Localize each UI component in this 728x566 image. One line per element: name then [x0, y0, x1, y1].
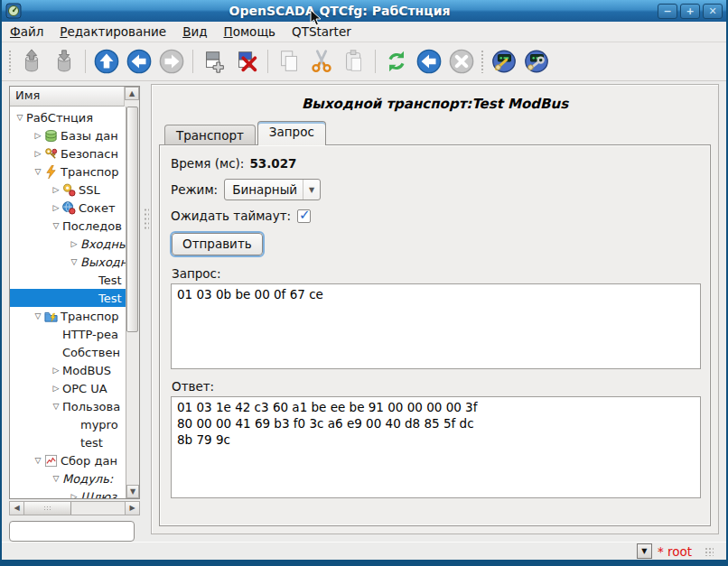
cut-item-button[interactable]: [305, 46, 338, 77]
tree-expand-arrow[interactable]: ▷: [68, 492, 80, 498]
tree-item-выходн[interactable]: ▽Выходн: [10, 253, 126, 271]
go-back-button[interactable]: [123, 46, 155, 77]
chart-icon: [44, 454, 58, 468]
tree-scrollbar-thumb[interactable]: [126, 107, 138, 332]
add-item-button[interactable]: [198, 46, 230, 77]
stop-updating-button[interactable]: [445, 46, 478, 77]
start-updating-icon: [415, 48, 443, 75]
menu-item-файл[interactable]: Файл: [2, 23, 51, 41]
tree-expand-arrow[interactable]: ▷: [32, 149, 44, 158]
resize-grip[interactable]: [705, 547, 714, 556]
tree-item-модуль-[interactable]: ▽Модуль:: [10, 469, 126, 487]
tree-item-собствен[interactable]: Собствен: [10, 343, 126, 361]
tree-item-транспор[interactable]: ▽Транспор: [10, 307, 126, 325]
tree-item-http-реа[interactable]: HTTP-реа: [10, 325, 126, 343]
tree-item-безопасн[interactable]: ▷Безопасн: [10, 144, 126, 162]
minimize-button[interactable]: −: [658, 4, 677, 19]
tree-scroll-left-button[interactable]: ◀: [10, 502, 24, 515]
toolbar-drag-handle[interactable]: [481, 50, 485, 73]
tree-item-test[interactable]: Test: [10, 289, 126, 307]
tree-expand-arrow[interactable]: ▷: [50, 366, 62, 375]
copy-item-button[interactable]: [273, 46, 305, 77]
tree-hscrollbar-thumb[interactable]: [24, 502, 71, 515]
tree-item-пользова[interactable]: ▽Пользова: [10, 397, 126, 415]
net-icon: [44, 165, 58, 179]
navigation-tree-panel: Имя ▲ ▽РабСтнция▷Базы дан▷Безопасн▽Транс…: [9, 86, 140, 499]
send-button[interactable]: Отправить: [172, 233, 263, 255]
save-to-db-button[interactable]: [48, 46, 80, 77]
go-forward-button[interactable]: [155, 46, 188, 77]
go-up-button[interactable]: [90, 46, 123, 77]
menu-item-qtstarter[interactable]: QTStarter: [284, 23, 359, 41]
tree-item-ssl[interactable]: ▷SSL: [10, 181, 126, 199]
tree-item-шлюз[interactable]: ▷Шлюз: [10, 487, 126, 498]
tree-item-label: Модуль:: [62, 472, 113, 486]
splitter-grip[interactable]: [144, 208, 149, 231]
menu-item-редактирование[interactable]: Редактирование: [51, 23, 174, 41]
user-dropdown-button[interactable]: ▼: [637, 543, 652, 559]
tree-item-сбор-дан[interactable]: ▽Сбор дан: [10, 451, 126, 469]
tree-collapse-arrow[interactable]: ▽: [68, 257, 80, 266]
tree-collapse-arrow[interactable]: ▽: [32, 167, 44, 176]
tree-item-label: Сокет: [79, 201, 115, 215]
tab-content: Время (мс): 53.027 Режим: Бинарный ▼ Ожи…: [159, 144, 711, 526]
tree-item-рабстнция[interactable]: ▽РабСтнция: [10, 108, 126, 126]
tree-scroll-right-button[interactable]: ▶: [125, 502, 139, 515]
tree-item-базы-дан[interactable]: ▷Базы дан: [10, 126, 126, 144]
start-updating-button[interactable]: [413, 46, 445, 77]
tree-collapse-arrow[interactable]: ▽: [32, 456, 44, 465]
toolbar-drag-handle[interactable]: [8, 50, 13, 73]
close-button[interactable]: ✕: [703, 4, 723, 19]
add-item-icon: [201, 48, 228, 75]
qtstarter-tools-button[interactable]: [520, 46, 553, 77]
tree-filter-input[interactable]: [9, 521, 135, 542]
tree-scroll-down-button[interactable]: ▼: [126, 485, 139, 498]
tree-scroll-up-button[interactable]: ▲: [125, 87, 139, 100]
tree-item-test[interactable]: test: [10, 433, 126, 451]
qtstarter-config-button[interactable]: [488, 46, 520, 77]
tree-item-сокет[interactable]: ▷Сокет: [10, 199, 126, 217]
tree-expand-arrow[interactable]: ▷: [50, 185, 62, 194]
delete-item-button[interactable]: [230, 46, 263, 77]
tree-expand-arrow[interactable]: ▷: [50, 203, 62, 212]
tree-collapse-arrow[interactable]: ▽: [32, 311, 44, 320]
answer-textarea[interactable]: 01 03 1e 42 c3 60 a1 be ee be 91 00 00 0…: [171, 396, 701, 498]
titlebar[interactable]: OpenSCADA QTCfg: РабСтнция − + ✕: [0, 0, 728, 22]
menu-item-помощь[interactable]: Помощь: [216, 23, 285, 41]
tree-item-mypro[interactable]: mypro: [10, 415, 126, 433]
folder-icon: [44, 310, 58, 323]
tree-item-test[interactable]: Test: [10, 271, 126, 289]
tree-item-последов[interactable]: ▽Последов: [10, 217, 126, 235]
tab-запрос[interactable]: Запрос: [257, 121, 326, 145]
tree-item-транспор[interactable]: ▽Транспор: [10, 162, 126, 181]
tab-транспорт[interactable]: Транспорт: [164, 125, 256, 145]
tree-column-header[interactable]: Имя: [10, 87, 125, 107]
load-from-db-button[interactable]: [15, 46, 48, 77]
toolbar-separator: [192, 50, 193, 73]
paste-item-button[interactable]: [338, 46, 370, 77]
go-back-icon: [126, 48, 153, 75]
mode-select[interactable]: Бинарный ▼: [224, 179, 321, 200]
panel-splitter[interactable]: [140, 81, 151, 542]
tree-collapse-arrow[interactable]: ▽: [14, 113, 26, 122]
tree-item-opc-ua[interactable]: ▷OPC UA: [10, 379, 126, 397]
refresh-page-button[interactable]: [380, 46, 413, 77]
tree-item-входны[interactable]: ▷Входны: [10, 235, 126, 253]
tree-collapse-arrow[interactable]: ▽: [50, 474, 62, 483]
maximize-button[interactable]: +: [680, 4, 700, 19]
tree-item-modbus[interactable]: ▷ModBUS: [10, 361, 126, 379]
tree-expand-arrow[interactable]: ▷: [50, 384, 62, 393]
tree-horizontal-scrollbar[interactable]: ◀ ▶: [9, 501, 140, 515]
paste-item-icon: [341, 48, 368, 75]
tree-collapse-arrow[interactable]: ▽: [50, 221, 62, 230]
menu-item-вид[interactable]: Вид: [174, 23, 215, 41]
timeout-checkbox[interactable]: [297, 209, 311, 223]
current-user-label[interactable]: * root: [658, 544, 692, 559]
statusbar: ▼ * root: [2, 542, 726, 560]
tree-expand-arrow[interactable]: ▷: [68, 239, 80, 248]
tree-vertical-scrollbar[interactable]: ▼: [126, 107, 139, 498]
request-textarea[interactable]: 01 03 0b be 00 0f 67 ce: [171, 283, 701, 369]
tree-collapse-arrow[interactable]: ▽: [50, 402, 62, 411]
tree-expand-arrow[interactable]: ▷: [32, 131, 44, 140]
save-to-db-icon: [51, 48, 78, 75]
